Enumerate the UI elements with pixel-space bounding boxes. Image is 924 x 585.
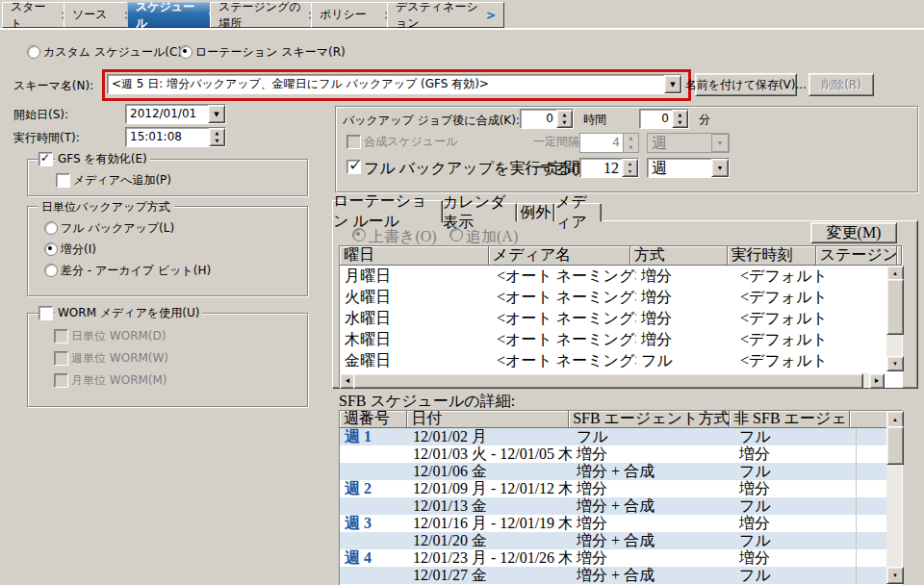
dropdown-arrow-icon[interactable]: ▼ <box>208 105 225 123</box>
spin-down-icon[interactable]: ▼ <box>557 119 572 128</box>
hours-spin-buttons[interactable]: ▲▼ <box>556 110 573 128</box>
wizard-tab-destination[interactable]: デスティネーション > <box>387 2 504 28</box>
minutes-spin-buttons[interactable]: ▲▼ <box>672 110 688 128</box>
column-header-week-number[interactable]: 週番号 <box>340 411 407 428</box>
table-row[interactable]: 12/01/13 金 増分 + 合成 フル <box>340 497 902 515</box>
worm-weekly-checkbox[interactable] <box>54 351 68 366</box>
column-header-exec-time[interactable]: 実行時刻 <box>728 246 816 266</box>
table-row[interactable]: 金曜日 <オート ネーミング> フル <デフォルト> <box>340 350 902 371</box>
wizard-tab-staging-location[interactable]: ステージングの場所 > <box>210 2 326 28</box>
sfb-details-title: SFB スケジュールの詳細: <box>339 392 515 412</box>
table-row[interactable]: 月曜日 <オート ネーミング> 増分 <デフォルト> <box>340 266 902 287</box>
rotation-horizontal-scrollbar[interactable]: ◀ ▶ <box>340 373 885 387</box>
table-row[interactable]: 木曜日 <オート ネーミング> 増分 <デフォルト> <box>340 329 902 350</box>
table-row[interactable]: 週 2 12/01/09 月 - 12/01/12 木 増分 増分 <box>340 480 902 497</box>
column-header-date[interactable]: 日付 <box>407 411 569 428</box>
scroll-right-icon[interactable]: ▶ <box>869 373 885 389</box>
dropdown-arrow-icon[interactable]: ▼ <box>711 134 729 152</box>
column-header-weekday[interactable]: 曜日 <box>340 246 489 266</box>
append-media-checkbox[interactable] <box>56 173 70 188</box>
tab-media[interactable]: メディア <box>554 203 602 222</box>
table-row[interactable]: 週 1 12/01/02 月 フル フル <box>340 428 902 445</box>
scheme-name-value: <週 5 日: 増分バックアップ、金曜日にフル バックアップ (GFS 有効)> <box>108 76 664 92</box>
save-as-button[interactable]: 名前を付けて保存(V)... <box>695 73 797 96</box>
column-header-sfb-method[interactable]: SFB エージェント方式 <box>569 411 730 428</box>
table-row[interactable]: 火曜日 <オート ネーミング> 増分 <デフォルト> <box>340 287 902 308</box>
scroll-down-icon[interactable]: ▼ <box>886 567 904 584</box>
gfs-enable-checkbox[interactable] <box>38 152 53 166</box>
hours-unit-label: 時間 <box>583 112 606 128</box>
scheme-name-combobox[interactable]: <週 5 日: 増分バックアップ、金曜日にフル バックアップ (GFS 有効)>… <box>107 74 682 94</box>
column-header-non-sfb-method[interactable]: 非 SFB エージェント方... <box>730 411 850 428</box>
table-row[interactable]: 水曜日 <オート ネーミング> 増分 <デフォルト> <box>340 308 902 329</box>
scrollbar-thumb[interactable] <box>353 373 863 389</box>
table-row[interactable]: 週 3 12/01/16 月 - 12/01/19 木 増分 増分 <box>340 515 902 532</box>
full-interval-unit-dropdown[interactable]: 週 ▼ <box>647 158 730 178</box>
full-backup-radio[interactable] <box>44 221 58 235</box>
full-interval-spin-buttons[interactable]: ▲▼ <box>622 159 638 177</box>
table-row[interactable]: 12/01/03 火 - 12/01/05 木 増分 増分 <box>340 445 902 463</box>
spin-down-icon[interactable]: ▼ <box>210 138 224 146</box>
worm-daily-checkbox[interactable] <box>54 329 68 343</box>
table-row[interactable]: 12/01/20 金 増分 + 合成 フル <box>340 532 902 549</box>
custom-schedule-radio[interactable] <box>27 45 40 59</box>
run-full-backup-checkbox[interactable] <box>346 160 361 174</box>
spin-down-icon[interactable]: ▼ <box>673 119 687 128</box>
start-date-label: 開始日(S): <box>13 107 68 123</box>
interval-spin-buttons[interactable]: ▲▼ <box>623 134 638 152</box>
spin-down-icon[interactable]: ▼ <box>623 168 637 177</box>
column-header-staging[interactable]: ステージング <box>816 246 897 266</box>
spin-up-icon[interactable]: ▲ <box>673 111 687 119</box>
gfs-enable-label: GFS を有効化(E) <box>55 151 150 167</box>
column-header-media-name[interactable]: メディア名 <box>489 246 630 266</box>
full-backup-label: フル バックアップ(L) <box>61 220 174 237</box>
wizard-tab-policy-label: ポリシー <box>320 7 367 23</box>
interval-unit-dropdown-disabled[interactable]: 週 ▼ <box>647 133 730 153</box>
full-interval-spinner[interactable]: 12 ▲▼ <box>579 158 639 178</box>
cell-week <box>340 463 408 480</box>
scroll-down-icon[interactable]: ▼ <box>886 356 904 371</box>
tab-exceptions[interactable]: 例外 <box>517 203 554 222</box>
scrollbar-thumb[interactable] <box>886 279 904 335</box>
sfb-vertical-scrollbar[interactable]: ▲ ▼ <box>886 411 902 584</box>
spin-down-icon[interactable]: ▼ <box>624 143 638 153</box>
spin-up-icon[interactable]: ▲ <box>557 111 572 119</box>
cell-exec-time: <デフォルト> <box>735 287 826 308</box>
interval-spinner-disabled[interactable]: 4 ▲▼ <box>579 133 639 153</box>
dropdown-arrow-icon[interactable]: ▼ <box>664 75 681 93</box>
exec-time-spinner[interactable]: 15:01:08 ▲▼ <box>125 127 226 147</box>
delete-button[interactable]: 削除(R) <box>808 73 874 96</box>
rotation-vertical-scrollbar[interactable]: ▲ ▼ <box>886 266 902 371</box>
consolidate-minutes-spinner[interactable]: 0 ▲▼ <box>639 109 689 129</box>
spin-up-icon[interactable]: ▲ <box>210 129 224 138</box>
wizard-tab-source-label: ソース <box>72 7 108 23</box>
differential-radio[interactable] <box>44 264 58 277</box>
time-spin-buttons[interactable]: ▲▼ <box>209 128 225 146</box>
consolidation-schedule-label: 合成スケジュール <box>364 134 457 150</box>
cell-method: 増分 <box>636 308 735 329</box>
worm-monthly-checkbox[interactable] <box>54 373 68 388</box>
dropdown-arrow-icon[interactable]: ▼ <box>711 159 729 177</box>
wizard-tab-destination-label: デスティネーション <box>396 0 480 32</box>
table-row[interactable]: 週 4 12/01/23 月 - 12/01/26 木 増分 増分 <box>340 549 902 567</box>
column-header-method[interactable]: 方式 <box>630 246 728 266</box>
table-row[interactable]: 12/01/06 金 増分 + 合成 フル <box>340 463 902 480</box>
start-date-picker[interactable]: 2012/01/01 ▼ <box>125 104 226 124</box>
exec-time-label: 実行時間(T): <box>13 130 80 146</box>
append-radio[interactable] <box>449 228 463 242</box>
tab-rotation-rules[interactable]: ローテーション ルール <box>332 200 443 223</box>
full-interval-value: 12 <box>580 161 622 175</box>
modify-button[interactable]: 変更(M) <box>810 222 897 243</box>
worm-use-checkbox[interactable] <box>38 306 53 320</box>
spin-up-icon[interactable]: ▲ <box>624 134 638 143</box>
cell-weekday: 水曜日 <box>340 308 492 329</box>
tab-calendar-view[interactable]: カレンダ表示 <box>442 203 517 222</box>
cell-week: 週 3 <box>340 515 408 532</box>
scrollbar-thumb[interactable] <box>886 426 904 465</box>
consolidate-hours-spinner[interactable]: 0 ▲▼ <box>520 109 574 129</box>
table-row[interactable]: 12/01/27 金 増分 + 合成 フル <box>340 567 902 584</box>
consolidation-schedule-checkbox[interactable] <box>346 135 361 149</box>
incremental-radio[interactable] <box>44 242 58 256</box>
rotation-scheme-radio[interactable] <box>179 45 192 59</box>
spin-up-icon[interactable]: ▲ <box>623 160 637 168</box>
